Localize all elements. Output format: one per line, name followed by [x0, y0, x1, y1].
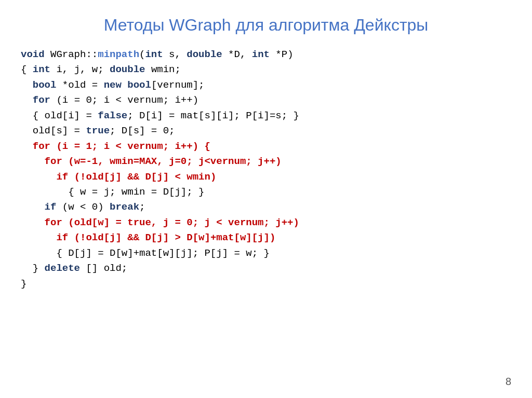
keyword-for3: for [45, 156, 62, 167]
keyword-bool1: bool [33, 79, 57, 91]
if1-params: (!old[j] && D[j] < wmin) [68, 171, 216, 183]
code-line-9: if (!old[j] && D[j] < wmin) [21, 170, 511, 185]
code-line-5: { old[i] = false; D[i] = mat[s][i]; P[i]… [21, 108, 511, 123]
keyword-void: void [21, 49, 45, 60]
code-line-11: if (w < 0) break; [21, 200, 511, 215]
code-line-12: for (old[w] = true, j = 0; j < vernum; j… [21, 215, 511, 230]
code-line-16: } [21, 277, 511, 292]
keyword-bool2: bool [127, 79, 151, 91]
for2-params: (i = 1; i < vernum; i++) { [50, 141, 210, 152]
code-line-15: } delete [] old; [21, 261, 511, 276]
code-line-10: { w = j; wmin = D[j]; } [21, 185, 511, 200]
function-name: minpath [98, 49, 139, 60]
code-line-6: old[s] = true; D[s] = 0; [21, 123, 511, 139]
keyword-break: break [110, 201, 139, 213]
keyword-true1: true [86, 125, 110, 136]
keyword-for1: for [33, 94, 50, 106]
keyword-new1: new [104, 79, 122, 91]
if3-params: (!old[j] && D[j] > D[w]+mat[w][j]) [68, 232, 275, 243]
slide-container: Методы WGraph для алгоритма Дейкстры voi… [0, 0, 532, 398]
for3-params: (w=-1, wmin=MAX, j=0; j<vernum; j++) [62, 156, 282, 167]
keyword-int2: int [252, 49, 270, 60]
keyword-double2: double [110, 64, 145, 75]
code-line-7: for (i = 1; i < vernum; i++) { [21, 139, 511, 154]
slide-title: Методы WGraph для алгоритма Дейкстры [21, 16, 511, 35]
keyword-if3: if [56, 232, 68, 243]
code-line-13: if (!old[j] && D[j] > D[w]+mat[w][j]) [21, 230, 511, 245]
keyword-for2: for [33, 141, 50, 152]
page-number: 8 [506, 376, 511, 388]
keyword-if2: if [45, 201, 57, 213]
code-line-1: void WGraph::minpath(int s, double *D, i… [21, 47, 511, 62]
code-line-4: for (i = 0; i < vernum; i++) [21, 93, 511, 108]
keyword-int1: int [145, 49, 163, 60]
keyword-double1: double [187, 49, 222, 60]
keyword-for4: for [45, 217, 62, 228]
code-line-3: bool *old = new bool[vernum]; [21, 78, 511, 93]
code-line-8: for (w=-1, wmin=MAX, j=0; j<vernum; j++) [21, 154, 511, 169]
keyword-if1: if [56, 171, 68, 183]
keyword-false: false [98, 110, 127, 121]
code-block: void WGraph::minpath(int s, double *D, i… [21, 47, 511, 292]
for4-params: (old[w] = true, j = 0; j < vernum; j++) [62, 217, 299, 228]
code-line-2: { int i, j, w; double wmin; [21, 62, 511, 77]
keyword-int3: int [33, 64, 50, 75]
code-line-14: { D[j] = D[w]+mat[w][j]; P[j] = w; } [21, 246, 511, 261]
keyword-delete: delete [45, 263, 80, 274]
